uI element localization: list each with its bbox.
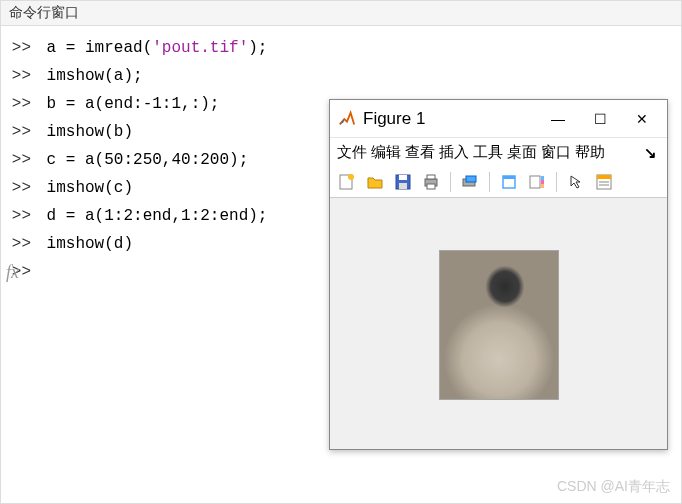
data-cursor-icon[interactable]: [459, 171, 481, 193]
new-figure-icon[interactable]: [336, 171, 358, 193]
arrow-icon[interactable]: [565, 171, 587, 193]
code-text: a = imread(: [47, 34, 153, 62]
menu-view[interactable]: 查看: [404, 142, 436, 163]
menu-desktop[interactable]: 桌面: [506, 142, 538, 163]
prompt: >>: [9, 90, 37, 118]
maximize-button[interactable]: ☐: [579, 104, 621, 134]
minimize-button[interactable]: —: [537, 104, 579, 134]
code-line: >> a = imread('pout.tif');: [9, 34, 681, 62]
prompt: >>: [9, 230, 37, 258]
print-icon[interactable]: [420, 171, 442, 193]
figure-title: Figure 1: [363, 109, 537, 129]
code-line: >> imshow(a);: [9, 62, 681, 90]
code-text: imshow(d): [47, 230, 133, 258]
svg-rect-9: [466, 176, 476, 182]
colorbar-icon[interactable]: [526, 171, 548, 193]
svg-rect-11: [503, 176, 515, 179]
prompt: >>: [9, 146, 37, 174]
link-icon[interactable]: [498, 171, 520, 193]
displayed-image: [439, 250, 559, 400]
svg-rect-17: [597, 175, 611, 179]
svg-rect-3: [399, 175, 407, 180]
code-text: imshow(c): [47, 174, 133, 202]
code-text: d = a(1:2:end,1:2:end);: [47, 202, 268, 230]
prompt: >>: [9, 118, 37, 146]
menu-help[interactable]: 帮助: [574, 142, 606, 163]
string-literal: 'pout.tif': [152, 34, 248, 62]
prompt: >>: [9, 174, 37, 202]
menu-file[interactable]: 文件: [336, 142, 368, 163]
figure-canvas[interactable]: [330, 200, 667, 449]
fx-indicator: fx: [6, 258, 19, 286]
prompt: >>: [9, 202, 37, 230]
menu-insert[interactable]: 插入: [438, 142, 470, 163]
svg-point-1: [348, 174, 354, 180]
code-text: imshow(a);: [47, 62, 143, 90]
svg-rect-7: [427, 184, 435, 189]
code-text: imshow(b): [47, 118, 133, 146]
svg-rect-14: [541, 176, 544, 180]
menu-overflow-icon[interactable]: ↘: [644, 144, 661, 162]
svg-rect-15: [541, 184, 544, 188]
menu-edit[interactable]: 编辑: [370, 142, 402, 163]
toolbar-separator: [489, 172, 490, 192]
open-icon[interactable]: [364, 171, 386, 193]
command-window-title: 命令行窗口: [1, 1, 681, 26]
figure-window[interactable]: Figure 1 — ☐ ✕ 文件 编辑 查看 插入 工具 桌面 窗口 帮助 ↘: [329, 99, 668, 450]
prompt: >>: [9, 62, 37, 90]
prompt: >>: [9, 34, 37, 62]
figure-toolbar: [330, 167, 667, 198]
svg-rect-4: [399, 183, 407, 189]
menu-window[interactable]: 窗口: [540, 142, 572, 163]
toolbar-separator: [450, 172, 451, 192]
code-text: b = a(end:-1:1,:);: [47, 90, 220, 118]
code-text: );: [248, 34, 267, 62]
close-button[interactable]: ✕: [621, 104, 663, 134]
svg-rect-6: [427, 175, 435, 179]
figure-titlebar[interactable]: Figure 1 — ☐ ✕: [330, 100, 667, 138]
toolbar-separator: [556, 172, 557, 192]
figure-menubar: 文件 编辑 查看 插入 工具 桌面 窗口 帮助 ↘: [330, 138, 667, 167]
matlab-icon: [338, 110, 356, 128]
insert-legend-icon[interactable]: [593, 171, 615, 193]
menu-tools[interactable]: 工具: [472, 142, 504, 163]
save-icon[interactable]: [392, 171, 414, 193]
svg-rect-12: [530, 176, 540, 188]
code-text: c = a(50:250,40:200);: [47, 146, 249, 174]
